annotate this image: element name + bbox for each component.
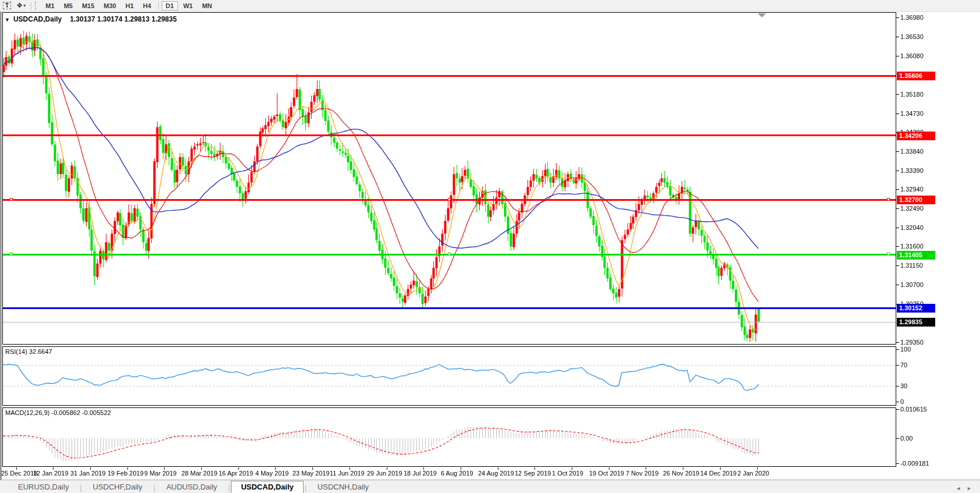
date-axis-label: 19 Oct 2019 (589, 470, 624, 477)
tab-separator: | (154, 484, 155, 492)
ohlc-low: 1.29813 (124, 15, 149, 23)
ohlc-high: 1.30174 (97, 15, 122, 23)
chevron-down-icon: ▾ (23, 3, 26, 8)
date-axis-label: 7 Nov 2019 (626, 470, 658, 477)
timeframe-button-M1[interactable]: M1 (41, 1, 58, 10)
date-axis-label: 25 Dec 2018 (1, 470, 37, 477)
date-axis-label: 18 Jul 2019 (404, 470, 437, 477)
price-axis-label: 1.32940 (900, 186, 924, 193)
price-axis-label: 1.33840 (900, 148, 924, 155)
timeframe-button-D1[interactable]: D1 (162, 1, 178, 10)
date-axis-label: 28 Mar 2019 (181, 470, 218, 477)
date-axis-label: 19 Feb 2019 (108, 470, 144, 477)
date-axis-label: 26 Nov 2019 (663, 470, 699, 477)
price-axis-label: 1.32490 (900, 205, 924, 212)
macd-label: MACD(12,26,9) -0.005862 -0.005522 (5, 409, 111, 416)
current-price-badge: 1.29835 (897, 318, 935, 327)
rsi-axis-label: 100 (900, 346, 911, 353)
date-axis-label: 16 Apr 2019 (219, 470, 253, 477)
price-axis-label: 1.36080 (900, 52, 924, 59)
rsi-axis-label: 30 (900, 382, 907, 389)
price-axis-label: 1.36980 (900, 14, 924, 21)
horizontal-line-1.31405[interactable] (3, 254, 896, 256)
horizontal-line-1.34206[interactable] (3, 134, 896, 136)
chart-tab-bar: EURUSD,Daily|USDCHF,Daily|AUDUSD,Daily|U… (0, 480, 980, 493)
date-axis-label: 14 Dec 2019 (700, 470, 736, 477)
price-axis-label: 1.29350 (900, 339, 924, 346)
date-axis-label: 9 Mar 2019 (144, 470, 177, 477)
price-axis-label: 1.36530 (900, 33, 924, 40)
price-badge-1.35606: 1.35606 (897, 72, 935, 80)
line-selection-handle[interactable] (887, 198, 890, 201)
toolbar-separator (31, 2, 31, 9)
chart-tab-usdcad[interactable]: USDCAD,Daily (231, 481, 303, 493)
chart-tab-audusd[interactable]: AUDUSD,Daily (156, 481, 227, 493)
one-click-trading-arrow[interactable]: ▼ (5, 17, 10, 23)
timeframe-button-H1[interactable]: H1 (122, 1, 138, 10)
timeframe-button-W1[interactable]: W1 (179, 1, 197, 10)
date-axis-label: 24 Aug 2019 (478, 470, 514, 477)
timeframe-button-M30[interactable]: M30 (99, 1, 120, 10)
line-selection-handle[interactable] (10, 253, 13, 256)
horizontal-line-1.32700[interactable] (3, 199, 896, 201)
price-axis-label: 1.31150 (900, 262, 923, 269)
line-selection-handle[interactable] (887, 253, 890, 256)
tab-scroll-left-icon[interactable]: ◄ (956, 485, 961, 491)
line-selection-handle[interactable] (448, 253, 451, 256)
macd-axis-label: 0.00 (900, 435, 913, 442)
tab-scroll-right-icon[interactable]: ► (967, 485, 972, 491)
date-axis-label: 12 Sep 2019 (515, 470, 551, 477)
date-axis-label: 23 May 2019 (293, 470, 330, 477)
date-axis-label: 6 Aug 2019 (441, 470, 473, 477)
line-selection-handle[interactable] (448, 198, 451, 201)
date-axis-label: 31 Jan 2019 (70, 470, 106, 477)
price-badge-1.32700: 1.32700 (897, 196, 935, 204)
chart-symbol-label: USDCAD,Daily (13, 15, 62, 23)
timeframe-button-H4[interactable]: H4 (139, 1, 155, 10)
chart-window-left-edge (0, 12, 2, 480)
chart-shift-marker-icon[interactable] (758, 13, 766, 17)
text-tool-icon: T (3, 2, 11, 9)
macd-axis-label: -0.009181 (900, 460, 929, 467)
price-axis-label: 1.33390 (900, 167, 924, 174)
timeframe-button-group: M1M5M15M30H1H4D1W1MN (41, 1, 216, 10)
timeframe-button-M15[interactable]: M15 (78, 1, 98, 10)
tab-scroll-controls: ◄ ► (956, 485, 980, 493)
text-tool-button[interactable]: T (0, 1, 14, 10)
price-badge-1.34206: 1.34206 (897, 132, 935, 140)
chart-tab-eurusd[interactable]: EURUSD,Daily (8, 481, 79, 493)
timeframe-button-MN[interactable]: MN (198, 1, 216, 10)
current-price-line (3, 322, 896, 322)
main-chart-pane[interactable] (2, 12, 896, 345)
price-badge-1.31405: 1.31405 (897, 251, 935, 260)
date-axis-label: 4 May 2019 (255, 470, 288, 477)
toolbar-drag-handle[interactable] (35, 2, 38, 9)
rsi-axis-label: 70 (900, 361, 907, 368)
chart-tab-usdchf[interactable]: USDCHF,Daily (83, 481, 152, 493)
rsi-label: RSI(14) 32.6647 (5, 348, 52, 355)
horizontal-line-1.30152[interactable] (3, 307, 896, 309)
tab-separator: | (80, 484, 81, 492)
date-axis-label: 2 Jan 2020 (737, 470, 769, 477)
price-axis-label: 1.31600 (900, 243, 924, 250)
macd-pane[interactable] (2, 407, 896, 467)
price-axis-label: 1.32040 (900, 224, 924, 231)
price-axis-label: 1.34730 (900, 110, 924, 117)
price-axis-label: 1.35180 (900, 91, 924, 98)
chart-header: ▼USDCAD,Daily1.30137 1.30174 1.29813 1.2… (5, 15, 177, 23)
macd-axis-label: 0.010615 (900, 406, 927, 413)
horizontal-line-1.35606[interactable] (3, 75, 896, 77)
rsi-pane[interactable] (2, 346, 896, 406)
toolbar-separator (158, 2, 159, 9)
tab-separator: | (305, 484, 307, 492)
timeframe-button-M5[interactable]: M5 (60, 1, 77, 10)
line-selection-handle[interactable] (10, 198, 13, 201)
date-axis-label: 12 Jan 2019 (33, 470, 69, 477)
ohlc-close: 1.29835 (151, 15, 176, 23)
cursor-tool-button[interactable]: ✥ ▾ (14, 1, 28, 10)
chart-tab-usdcnh[interactable]: USDCNH,Daily (308, 481, 379, 493)
date-axis-label: 1 Oct 2019 (552, 470, 583, 477)
trading-terminal: T ✥ ▾ M1M5M15M30H1H4D1W1MN ▼USDCAD,Daily… (0, 0, 980, 493)
cursor-icon: ✥ (17, 2, 22, 9)
rsi-axis-label: 0 (900, 398, 904, 405)
